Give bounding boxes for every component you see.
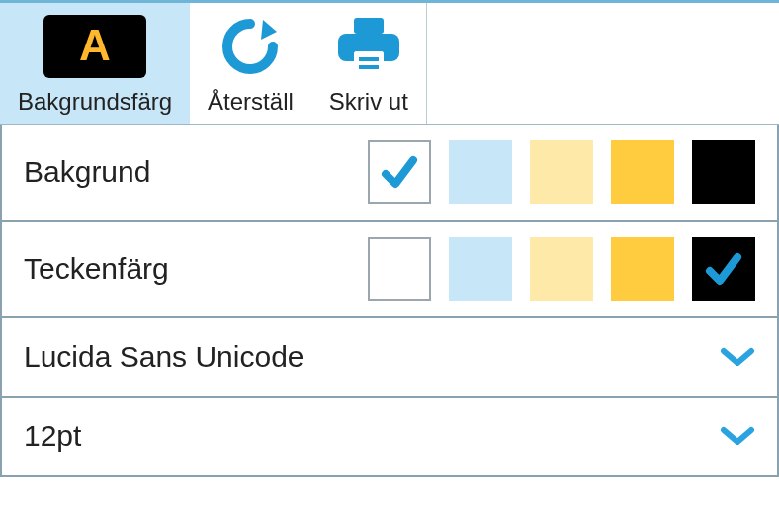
background-label: Bakgrund [24,155,271,189]
textcolor-swatch-4[interactable] [692,237,755,301]
font-dropdown[interactable]: Lucida Sans Unicode [2,318,777,398]
textcolor-swatch-3[interactable] [611,237,674,301]
toolbar-spacer [426,3,779,124]
background-color-button[interactable]: A Bakgrundsfärg [0,3,190,124]
textcolor-swatch-0[interactable] [368,237,431,301]
chevron-down-icon [720,345,755,369]
reset-button[interactable]: Återställ [190,3,311,124]
print-label: Skriv ut [329,88,408,116]
toolbar: A Bakgrundsfärg Återställ Skriv ut [0,0,779,125]
background-swatch-2[interactable] [530,140,593,204]
svg-rect-7 [359,65,379,69]
reset-icon [216,13,285,80]
background-swatch-3[interactable] [611,140,674,204]
textcolor-swatches [368,237,755,301]
textcolor-label: Teckenfärg [24,252,271,286]
svg-rect-6 [359,57,379,61]
background-swatch-1[interactable] [449,140,512,204]
background-row: Bakgrund [2,125,777,222]
settings-panel: Bakgrund Teckenfärg Lucida Sans Unicode … [0,125,779,477]
svg-rect-2 [354,18,384,34]
background-swatch-0[interactable] [368,140,431,204]
check-icon [702,247,745,291]
size-dropdown-value: 12pt [24,419,720,453]
background-swatches [368,140,755,204]
reset-label: Återställ [208,88,294,116]
bgcolor-label: Bakgrundsfärg [18,88,172,116]
svg-rect-5 [354,51,384,75]
size-dropdown[interactable]: 12pt [2,398,777,475]
textcolor-swatch-1[interactable] [449,237,512,301]
textcolor-row: Teckenfärg [2,222,777,318]
print-button[interactable]: Skriv ut [311,3,426,124]
bgcolor-icon: A [43,13,146,80]
print-icon [332,13,405,80]
chevron-down-icon [720,424,755,448]
background-swatch-4[interactable] [692,140,755,204]
check-icon [378,150,421,194]
svg-text:A: A [79,21,111,69]
font-dropdown-value: Lucida Sans Unicode [24,340,720,374]
textcolor-swatch-2[interactable] [530,237,593,301]
